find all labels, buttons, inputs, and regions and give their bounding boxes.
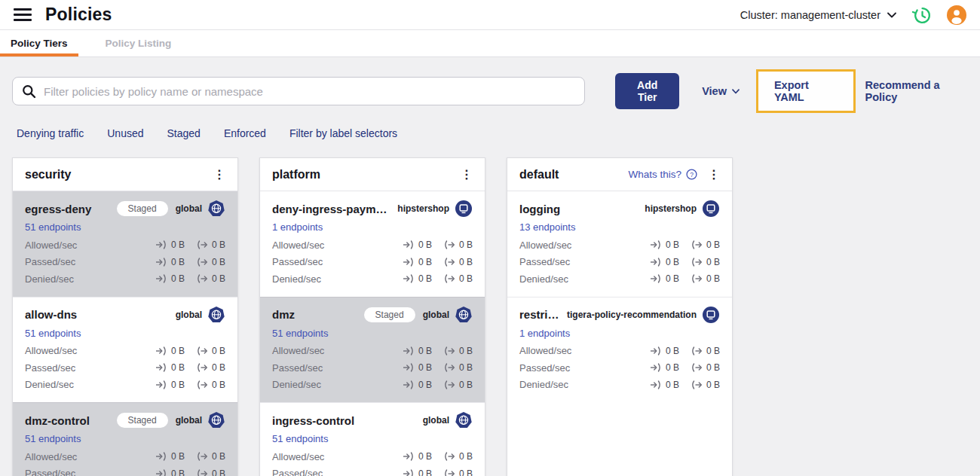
policy-name: egress-deny	[25, 203, 112, 215]
stat-row: Denied/sec 0 B 0 B	[25, 377, 225, 394]
endpoints-link[interactable]: 1 endpoints	[272, 221, 473, 233]
tab-policy-listing[interactable]: Policy Listing	[95, 30, 182, 56]
stat-row: Allowed/sec 0 B 0 B	[272, 448, 473, 465]
policy-card[interactable]: dmz Staged global 51 endpoints Allowed/s…	[260, 297, 485, 403]
egress-icon	[691, 274, 703, 283]
policy-card[interactable]: allow-dns global 51 endpoints Allowed/se…	[13, 297, 237, 403]
cluster-selector[interactable]: Cluster: management-cluster	[740, 9, 896, 21]
stat-label: Denied/sec	[272, 273, 321, 285]
policy-name: dmz-control	[25, 414, 112, 427]
filter-staged[interactable]: Staged	[167, 127, 201, 139]
hamburger-menu-icon[interactable]	[14, 8, 32, 21]
history-icon[interactable]	[911, 5, 932, 25]
tier-header: security ⋮	[13, 158, 237, 191]
view-dropdown-button[interactable]: View	[702, 85, 740, 97]
stat-label: Allowed/sec	[25, 451, 77, 462]
stat-label: Passed/sec	[272, 256, 323, 267]
export-yaml-button[interactable]: Export YAML	[774, 79, 838, 103]
kebab-menu-icon[interactable]: ⋮	[209, 169, 230, 181]
tier-cards: egress-deny Staged global 51 endpoints A…	[13, 191, 237, 476]
ingress-icon	[403, 380, 415, 389]
svg-text:?: ?	[690, 171, 694, 178]
egress-icon	[691, 346, 703, 355]
kebab-menu-icon[interactable]: ⋮	[456, 169, 477, 181]
egress-icon	[691, 380, 703, 389]
stat-ingress-value: 0 B	[418, 451, 432, 462]
endpoints-link[interactable]: 51 endpoints	[272, 328, 473, 339]
stat-ingress-value: 0 B	[171, 451, 185, 462]
stat-ingress-value: 0 B	[418, 273, 432, 284]
filter-enforced[interactable]: Enforced	[224, 127, 266, 139]
policy-card[interactable]: ingress-control global 51 endpoints Allo…	[260, 402, 485, 476]
endpoints-link[interactable]: 51 endpoints	[25, 221, 225, 233]
endpoints-link[interactable]: 51 endpoints	[25, 328, 225, 339]
stat-row: Allowed/sec 0 B 0 B	[25, 236, 225, 254]
stat-egress-value: 0 B	[706, 362, 720, 373]
endpoints-link[interactable]: 51 endpoints	[25, 433, 225, 444]
ingress-icon	[650, 274, 662, 283]
stat-row: Allowed/sec 0 B 0 B	[272, 236, 473, 254]
staged-badge: Staged	[364, 307, 415, 322]
endpoints-link[interactable]: 13 endpoints	[519, 221, 720, 233]
policy-scope-label: global	[176, 310, 202, 320]
ingress-icon	[403, 274, 415, 283]
user-avatar[interactable]	[947, 5, 966, 25]
egress-icon	[443, 380, 455, 389]
whats-this-link[interactable]: Whats this? ?	[628, 169, 697, 180]
egress-icon	[443, 240, 455, 249]
tier-name: default	[519, 168, 559, 182]
kebab-menu-icon[interactable]: ⋮	[703, 169, 724, 181]
stat-ingress-value: 0 B	[418, 346, 432, 356]
tiers-row: security ⋮ egress-deny Staged global 51 …	[12, 157, 968, 476]
ingress-icon	[403, 452, 415, 461]
global-scope-icon	[207, 306, 225, 324]
stat-label: Allowed/sec	[519, 240, 571, 251]
policy-card[interactable]: restricted tigera-policy-recommendation …	[507, 297, 732, 403]
egress-icon	[196, 258, 208, 267]
ingress-icon	[650, 346, 662, 355]
policy-card[interactable]: deny-ingress-paymentservi… hipstershop 1…	[260, 191, 485, 297]
search-icon	[22, 84, 36, 99]
egress-icon	[196, 469, 208, 476]
filter-by-label-selectors[interactable]: Filter by label selectors	[289, 127, 397, 139]
stat-row: Passed/sec 0 B 0 B	[272, 254, 473, 271]
namespace-scope-icon	[702, 306, 720, 324]
endpoints-link[interactable]: 1 endpoints	[519, 328, 720, 339]
stat-egress-value: 0 B	[212, 451, 225, 462]
add-tier-button[interactable]: Add Tier	[615, 73, 679, 109]
search-input[interactable]	[44, 85, 575, 98]
stat-egress-value: 0 B	[706, 380, 720, 390]
policy-card[interactable]: dmz-control Staged global 51 endpoints A…	[13, 402, 237, 476]
stat-label: Passed/sec	[519, 362, 570, 374]
policy-scope-label: global	[176, 203, 202, 214]
stat-row: Allowed/sec 0 B 0 B	[25, 448, 225, 465]
policy-scope-label: global	[423, 415, 449, 426]
filter-denying-traffic[interactable]: Denying traffic	[17, 127, 84, 139]
stat-ingress-value: 0 B	[171, 380, 185, 390]
stat-egress-value: 0 B	[459, 451, 473, 462]
policy-scope-label: global	[176, 415, 202, 426]
ingress-icon	[155, 346, 167, 355]
stat-ingress-value: 0 B	[171, 257, 185, 267]
policy-card[interactable]: egress-deny Staged global 51 endpoints A…	[13, 191, 237, 297]
tier-column: security ⋮ egress-deny Staged global 51 …	[12, 157, 238, 476]
stat-egress-value: 0 B	[459, 380, 473, 390]
tier-cards: logging hipstershop 13 endpoints Allowed…	[507, 191, 732, 402]
ingress-icon	[650, 380, 662, 389]
stat-row: Denied/sec 0 B 0 B	[25, 270, 225, 288]
filter-unused[interactable]: Unused	[107, 127, 143, 139]
recommend-policy-button[interactable]: Recommend a Policy	[865, 79, 968, 103]
policy-card[interactable]: logging hipstershop 13 endpoints Allowed…	[507, 191, 732, 297]
egress-icon	[691, 258, 703, 267]
namespace-scope-icon	[702, 200, 720, 218]
ingress-icon	[155, 240, 167, 249]
endpoints-link[interactable]: 51 endpoints	[272, 433, 473, 444]
ingress-icon	[155, 452, 167, 461]
tab-policy-tiers[interactable]: Policy Tiers	[0, 30, 78, 56]
stat-label: Allowed/sec	[25, 240, 77, 251]
stat-label: Allowed/sec	[272, 345, 324, 356]
stat-egress-value: 0 B	[459, 257, 473, 267]
ingress-icon	[403, 469, 415, 476]
ingress-icon	[155, 258, 167, 267]
stat-label: Allowed/sec	[25, 345, 77, 356]
